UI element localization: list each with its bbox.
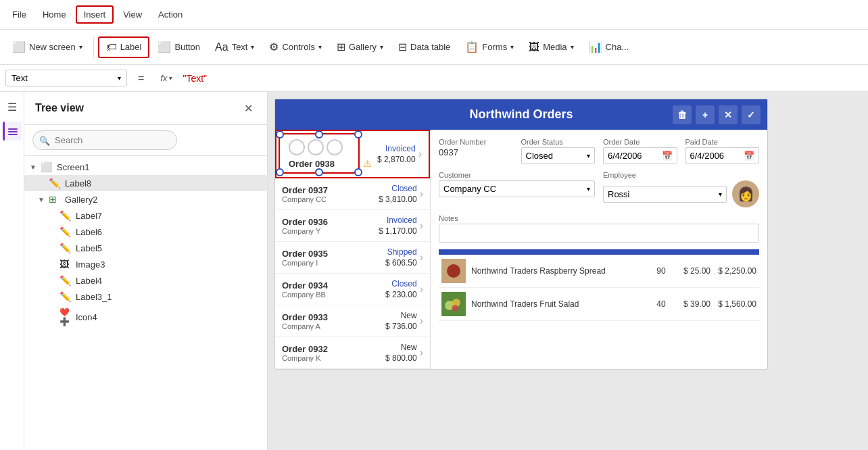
svg-point-4 bbox=[447, 264, 460, 278]
order-0933-company: Company A bbox=[282, 322, 385, 330]
tree-item-label3-1[interactable]: ✏️ Label3_1 bbox=[24, 289, 267, 305]
new-screen-button[interactable]: ⬜ New screen ▾ bbox=[5, 37, 89, 57]
menu-home[interactable]: Home bbox=[36, 7, 73, 22]
order-date-input[interactable]: 6/4/2006 📅 bbox=[603, 147, 677, 164]
hamburger-menu-button[interactable]: ☰ bbox=[3, 97, 22, 116]
icon4-label: Icon4 bbox=[76, 312, 262, 322]
label7-label: Label7 bbox=[76, 211, 262, 221]
button-button[interactable]: ⬜ Button bbox=[151, 37, 207, 57]
tree-view-panel: Tree view ✕ 🔍 ▼ ⬜ Screen1 ✏️ Label8 bbox=[24, 92, 268, 450]
search-wrapper: 🔍 bbox=[32, 130, 259, 150]
svg-rect-1 bbox=[8, 131, 18, 132]
order-row-0938[interactable]: Order 0938 ⚠ Invoiced $ 2,870.00 › bbox=[275, 130, 430, 178]
order-row-0934[interactable]: Order 0934 Company BB Closed $ 230.00 › bbox=[275, 274, 430, 305]
media-button[interactable]: 🖼 Media ▾ bbox=[522, 38, 580, 57]
menu-file[interactable]: File bbox=[5, 7, 33, 22]
text-button[interactable]: Aa Text ▾ bbox=[208, 38, 261, 57]
close-header-button[interactable]: ✕ bbox=[719, 105, 738, 124]
data-table-button[interactable]: ⊟ Data table bbox=[391, 37, 457, 57]
menu-insert[interactable]: Insert bbox=[76, 5, 114, 24]
product-row-1: Northwind Traders Fruit Salad 40 $ 39.00… bbox=[439, 288, 759, 321]
label-button[interactable]: 🏷 Label bbox=[98, 36, 150, 58]
forms-button[interactable]: 📋 Forms ▾ bbox=[458, 37, 521, 57]
menu-view[interactable]: View bbox=[116, 7, 149, 22]
tree-item-image3[interactable]: 🖼 Image3 bbox=[24, 256, 267, 272]
order-status-select[interactable]: Closed ▾ bbox=[521, 147, 596, 164]
fx-button[interactable]: fx ▾ bbox=[155, 73, 177, 83]
order-detail-panel: Order Number 0937 Order Status Closed ▾ … bbox=[431, 130, 767, 369]
tree-item-label4[interactable]: ✏️ Label4 bbox=[24, 272, 267, 289]
order-0932-status: New bbox=[401, 343, 417, 352]
avatar-1 bbox=[289, 139, 305, 155]
order-0935-right: Shipped $ 606.50 bbox=[385, 247, 417, 268]
order-0935-number: Order 0935 bbox=[282, 249, 385, 259]
tree-item-label8[interactable]: ✏️ Label8 bbox=[24, 175, 267, 191]
order-0932-number: Order 0932 bbox=[282, 344, 385, 354]
layers-button[interactable] bbox=[3, 122, 22, 141]
order-0937-amount: $ 3,810.00 bbox=[379, 195, 417, 204]
tree-search-area: 🔍 bbox=[24, 125, 267, 156]
tree-item-label5[interactable]: ✏️ Label5 bbox=[24, 240, 267, 256]
employee-label: Employee bbox=[603, 171, 759, 179]
avatar-3 bbox=[327, 139, 343, 155]
tree-item-screen1[interactable]: ▼ ⬜ Screen1 bbox=[24, 159, 267, 175]
order-row-0935[interactable]: Order 0935 Company I Shipped $ 606.50 › bbox=[275, 242, 430, 274]
product-qty-1: 40 bbox=[651, 299, 671, 309]
tree-items: ▼ ⬜ Screen1 ✏️ Label8 ▼ ⊞ Gallery2 ✏️ La… bbox=[24, 156, 267, 450]
label3-1-label: Label3_1 bbox=[76, 292, 262, 302]
product-image-1 bbox=[441, 292, 466, 316]
data-table-icon: ⊟ bbox=[398, 41, 407, 53]
property-dropdown-value: Text bbox=[11, 73, 28, 83]
customer-label: Customer bbox=[439, 171, 595, 179]
product-price-0: $ 25.00 bbox=[677, 266, 710, 276]
detail-row-1: Order Number 0937 Order Status Closed ▾ … bbox=[439, 138, 759, 164]
order-0938-right: Invoiced $ 2,870.00 bbox=[377, 144, 416, 164]
order-row-0933[interactable]: Order 0933 Company A New $ 736.00 › bbox=[275, 305, 430, 337]
delete-button[interactable]: 🗑 bbox=[673, 105, 692, 124]
product-name-0: Northwind Traders Raspberry Spread bbox=[471, 266, 646, 276]
order-0938-status: Invoiced bbox=[385, 144, 416, 153]
avatar-row bbox=[283, 136, 377, 155]
order-0937-status: Closed bbox=[391, 184, 416, 193]
tree-item-icon4[interactable]: ❤️➕ Icon4 bbox=[24, 305, 267, 329]
label7-icon: ✏️ bbox=[59, 210, 73, 221]
employee-select[interactable]: Rossi ▾ bbox=[603, 186, 727, 203]
product-name-1: Northwind Traders Fruit Salad bbox=[471, 299, 646, 309]
text-label: Text bbox=[232, 42, 248, 52]
paid-date-value: 6/4/2006 bbox=[690, 151, 725, 161]
svg-point-8 bbox=[452, 305, 458, 311]
tree-item-label7[interactable]: ✏️ Label7 bbox=[24, 207, 267, 224]
label8-label: Label8 bbox=[65, 178, 262, 189]
order-row-0936[interactable]: Order 0936 Company Y Invoiced $ 1,170.00… bbox=[275, 210, 430, 242]
label8-icon: ✏️ bbox=[49, 178, 62, 189]
controls-button[interactable]: ⚙ Controls ▾ bbox=[262, 37, 328, 57]
canvas-area: Northwind Orders 🗑 + ✕ ✓ bbox=[268, 92, 868, 450]
tree-item-label6[interactable]: ✏️ Label6 bbox=[24, 224, 267, 240]
order-0934-info: Order 0934 Company BB bbox=[282, 280, 385, 299]
label6-label: Label6 bbox=[76, 227, 262, 237]
employee-select-value: Rossi bbox=[608, 189, 630, 199]
order-status-select-value: Closed bbox=[526, 151, 553, 161]
paid-date-input[interactable]: 6/4/2006 📅 bbox=[685, 147, 760, 164]
order-0936-info: Order 0936 Company Y bbox=[282, 217, 379, 235]
menu-action[interactable]: Action bbox=[151, 7, 189, 22]
property-dropdown[interactable]: Text ▾ bbox=[5, 70, 127, 86]
order-0938-number: Order 0938 bbox=[289, 159, 360, 169]
first-order-container: Order 0938 ⚠ Invoiced $ 2,870.00 › bbox=[275, 130, 430, 178]
order-row-0932[interactable]: Order 0932 Company K New $ 800.00 › bbox=[275, 337, 430, 369]
order-0934-arrow: › bbox=[420, 283, 423, 295]
charts-button[interactable]: 📊 Cha... bbox=[582, 37, 636, 57]
add-button[interactable]: + bbox=[696, 105, 715, 124]
order-row-0937[interactable]: Order 0937 Company CC Closed $ 3,810.00 … bbox=[275, 178, 430, 210]
gallery-chevron: ▾ bbox=[380, 43, 383, 51]
order-0937-info: Order 0937 Company CC bbox=[282, 185, 379, 203]
tree-close-button[interactable]: ✕ bbox=[240, 100, 256, 116]
notes-input[interactable] bbox=[439, 224, 759, 243]
label-icon: 🏷 bbox=[106, 41, 117, 53]
gallery-button[interactable]: ⊞ Gallery ▾ bbox=[330, 37, 390, 57]
order-0933-right: New $ 736.00 bbox=[385, 311, 417, 331]
tree-item-gallery2[interactable]: ▼ ⊞ Gallery2 bbox=[24, 191, 267, 207]
check-button[interactable]: ✓ bbox=[742, 105, 761, 124]
customer-select[interactable]: Company CC ▾ bbox=[439, 180, 595, 197]
search-input[interactable] bbox=[32, 130, 177, 150]
